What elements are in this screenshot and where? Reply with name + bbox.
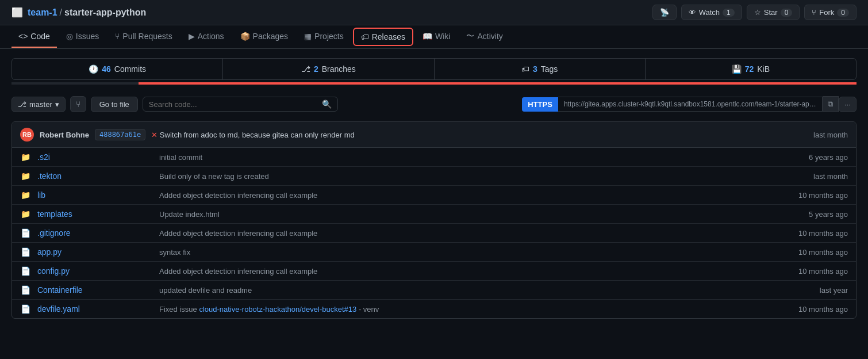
commit-author[interactable]: Robert Bohne <box>40 131 89 139</box>
file-name-link[interactable]: .tekton <box>37 171 152 181</box>
file-name-link[interactable]: devfile.yaml <box>37 304 152 314</box>
nav-tabs: <> Code ◎ Issues ⑂ Pull Requests ▶ Actio… <box>0 25 868 49</box>
branch-icon: ⎇ <box>18 100 26 109</box>
size-label: KiB <box>757 64 770 74</box>
size-stat[interactable]: 💾 72 KiB <box>646 59 856 79</box>
more-options-button[interactable]: ··· <box>839 97 857 112</box>
commit-message-text: Switch from adoc to md, because gitea ca… <box>160 131 355 139</box>
file-time: last month <box>773 172 848 181</box>
go-to-file-button[interactable]: Go to file <box>91 97 138 112</box>
commit-hash[interactable]: 488867a61e <box>95 129 145 140</box>
file-time: 10 months ago <box>773 267 848 276</box>
copy-icon: ⧉ <box>828 100 833 108</box>
tab-releases[interactable]: 🏷 Releases <box>353 28 413 46</box>
repo-separator: / <box>60 7 62 18</box>
wiki-icon: 📖 <box>423 32 432 41</box>
tags-count: 3 <box>533 64 537 74</box>
repo-actions: 📡 👁 Watch 1 ☆ Star 0 ⑂ Fork 0 <box>652 5 857 20</box>
file-table: RB Robert Bohne 488867a61e ✕ Switch from… <box>11 121 857 319</box>
tab-pull-requests-label: Pull Requests <box>122 32 172 41</box>
eye-icon: 👁 <box>689 8 696 17</box>
tab-code[interactable]: <> Code <box>11 26 57 48</box>
rss-button[interactable]: 📡 <box>652 5 677 20</box>
branches-count: 2 <box>314 64 318 74</box>
search-input[interactable] <box>149 100 320 109</box>
tab-issues-label: Issues <box>76 32 99 41</box>
file-name-link[interactable]: templates <box>37 209 152 219</box>
file-icon: 📄 <box>20 304 30 314</box>
projects-icon: ▦ <box>304 32 312 41</box>
tags-stat[interactable]: 🏷 3 Tags <box>435 59 646 79</box>
x-icon: ✕ <box>151 131 158 139</box>
tab-packages-label: Packages <box>253 32 288 41</box>
repo-icon: ⬜ <box>11 7 23 18</box>
star-button[interactable]: ☆ Star 0 <box>747 5 800 20</box>
branches-label: Branches <box>322 64 356 74</box>
tab-activity[interactable]: 〜 Activity <box>459 25 509 48</box>
compare-button[interactable]: ⑂ <box>70 96 86 112</box>
size-count: 72 <box>745 64 754 74</box>
file-name-link[interactable]: app.py <box>37 247 152 257</box>
tab-packages[interactable]: 📦 Packages <box>233 26 295 48</box>
file-name-link[interactable]: .s2i <box>37 152 152 162</box>
tags-label: Tags <box>541 64 558 74</box>
activity-icon: 〜 <box>466 31 474 41</box>
file-name-link[interactable]: Containerfile <box>37 285 152 295</box>
tab-actions-label: Actions <box>198 32 224 41</box>
search-box: 🔍 <box>143 97 338 112</box>
releases-icon: 🏷 <box>361 32 369 41</box>
file-name-link[interactable]: config.py <box>37 266 152 276</box>
fork-button[interactable]: ⑂ Fork 0 <box>804 5 857 20</box>
file-time: 10 months ago <box>773 229 848 238</box>
file-commit-msg: syntax fix <box>159 248 766 257</box>
fork-label: Fork <box>819 8 834 17</box>
fork-count: 0 <box>837 9 849 17</box>
tab-actions[interactable]: ▶ Actions <box>182 26 231 48</box>
commits-icon: 🕐 <box>89 64 98 74</box>
toolbar: ⎇ master ▾ ⑂ Go to file 🔍 HTTPS https://… <box>11 91 857 117</box>
star-label: Star <box>764 8 778 17</box>
tab-wiki[interactable]: 📖 Wiki <box>416 26 457 48</box>
star-count: 0 <box>781 9 793 17</box>
tab-pull-requests[interactable]: ⑂ Pull Requests <box>108 26 179 48</box>
copy-url-button[interactable]: ⧉ <box>823 96 839 112</box>
commits-label: Commits <box>114 64 146 74</box>
table-row: 📄devfile.yamlFixed issue cloud-native-ro… <box>12 300 856 318</box>
repo-owner-link[interactable]: team-1 <box>28 7 57 18</box>
branch-selector[interactable]: ⎇ master ▾ <box>11 97 66 112</box>
tab-projects[interactable]: ▦ Projects <box>297 26 351 48</box>
file-time: 6 years ago <box>773 153 848 162</box>
https-badge[interactable]: HTTPS <box>522 97 558 112</box>
star-icon: ☆ <box>754 8 761 17</box>
commits-stat[interactable]: 🕐 46 Commits <box>12 59 223 79</box>
file-icon: 📄 <box>20 266 30 276</box>
repo-name-link[interactable]: starter-app-python <box>64 7 146 18</box>
watch-count: 1 <box>723 9 735 17</box>
file-time: 5 years ago <box>773 210 848 219</box>
file-name-link[interactable]: .gitignore <box>37 228 152 238</box>
top-bar: ⬜ team-1 / starter-app-python 📡 👁 Watch … <box>0 0 868 25</box>
tab-issues[interactable]: ◎ Issues <box>59 26 106 48</box>
tags-icon: 🏷 <box>521 64 529 74</box>
branch-name: master <box>29 100 52 109</box>
commits-count: 46 <box>102 64 111 74</box>
file-time: last year <box>773 286 848 295</box>
commit-header: RB Robert Bohne 488867a61e ✕ Switch from… <box>12 122 856 148</box>
branches-stat[interactable]: ⎇ 2 Branches <box>223 59 434 79</box>
progress-bar <box>11 82 857 85</box>
file-icon: 📄 <box>20 228 30 238</box>
file-name-link[interactable]: lib <box>37 190 152 200</box>
commit-issue-link[interactable]: cloud-native-robotz-hackathon/devel-buck… <box>199 305 356 314</box>
branches-icon: ⎇ <box>301 64 310 74</box>
watch-button[interactable]: 👁 Watch 1 <box>681 5 742 20</box>
folder-icon: 📁 <box>20 152 30 162</box>
file-commit-msg: Added object detection inferencing call … <box>159 229 766 238</box>
file-commit-msg: updated devfile and readme <box>159 286 766 295</box>
table-row: 📄.gitignoreAdded object detection infere… <box>12 224 856 243</box>
table-row: 📁templatesUpdate index.html5 years ago <box>12 205 856 224</box>
pull-requests-icon: ⑂ <box>115 32 120 41</box>
main-content: 🕐 46 Commits ⎇ 2 Branches 🏷 3 Tags 💾 72 … <box>0 49 868 328</box>
issues-icon: ◎ <box>66 32 73 41</box>
file-commit-msg: Fixed issue cloud-native-robotz-hackatho… <box>159 305 766 314</box>
file-commit-msg: initial commit <box>159 153 766 162</box>
